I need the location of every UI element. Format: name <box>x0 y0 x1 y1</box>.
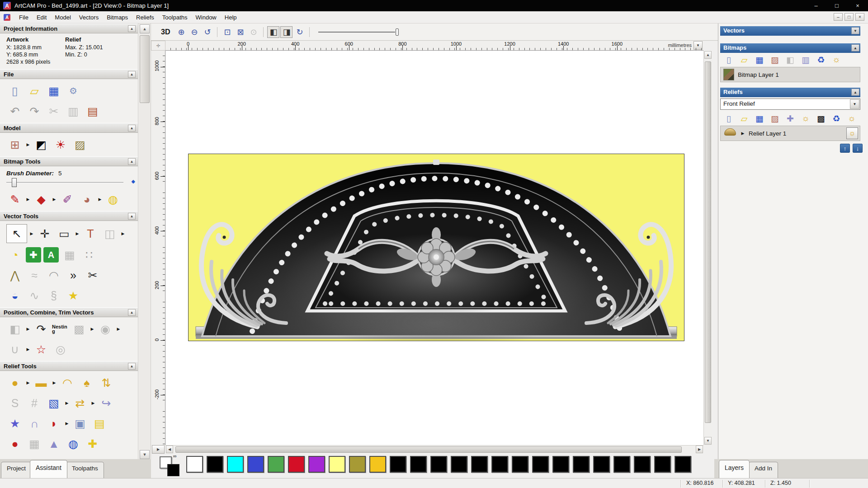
greyscale-preview-icon[interactable]: ▩ <box>813 113 829 124</box>
flyout-arrow-icon[interactable]: ▶ <box>26 327 30 331</box>
paste-icon[interactable]: ▤ <box>84 103 101 120</box>
create-text-icon[interactable]: T <box>82 225 99 242</box>
flyout-arrow-icon[interactable]: ▶ <box>116 327 121 331</box>
scroll-down-button[interactable]: ▼ <box>140 450 150 459</box>
iso-form-letters-icon[interactable]: S <box>6 394 24 412</box>
collapse-section-button[interactable]: ▲ <box>128 213 136 220</box>
zoom-box-icon[interactable]: ⊡ <box>221 26 233 38</box>
flyout-arrow-icon[interactable]: ▶ <box>52 380 57 385</box>
align-vectors-icon[interactable]: ◧ <box>6 320 24 338</box>
copy-relief-layer-icon[interactable]: ▤ <box>91 415 108 432</box>
slider-handle[interactable] <box>12 178 17 187</box>
flyout-arrow-icon[interactable]: ▶ <box>26 197 30 202</box>
slider-track[interactable] <box>6 182 123 183</box>
undo-icon[interactable]: ↶ <box>6 103 24 120</box>
zoom-to-fit-icon[interactable]: ⊠ <box>234 26 246 38</box>
collapse-section-button[interactable]: ▲ <box>128 125 136 131</box>
select-vectors-icon[interactable]: ↖ <box>6 224 27 243</box>
flyout-arrow-icon[interactable]: ▶ <box>52 197 57 202</box>
flyout-arrow-icon[interactable]: ▶ <box>65 401 69 405</box>
open-bitmap-icon[interactable]: ▱ <box>736 54 752 66</box>
nesting-icon[interactable]: Nesting <box>52 320 68 338</box>
delete-bitmap-layer-icon[interactable]: ♻ <box>813 54 829 66</box>
colour-swatch[interactable] <box>552 456 569 473</box>
tab-assistant[interactable]: Assistant <box>30 460 67 478</box>
relief-tool-icon[interactable]: ● <box>6 435 24 452</box>
colour-swatch[interactable] <box>512 456 528 473</box>
pane-splitter-button[interactable]: ▶ <box>152 445 165 454</box>
edit-curve-icon[interactable]: ∿ <box>26 287 43 304</box>
menu-window[interactable]: Window <box>192 12 221 23</box>
menu-bitmaps[interactable]: Bitmaps <box>103 12 132 23</box>
open-model-icon[interactable]: ▱ <box>26 82 43 99</box>
child-close-button[interactable]: × <box>855 13 864 21</box>
paint-icon[interactable]: ✎ <box>6 191 24 208</box>
collapse-section-button[interactable]: ▲ <box>128 71 136 78</box>
colour-swatch[interactable] <box>532 456 549 473</box>
canvas-vertical-scrollbar[interactable]: ▲ ▼ <box>703 51 712 445</box>
flyout-arrow-icon[interactable]: ▶ <box>26 347 30 352</box>
menu-edit[interactable]: Edit <box>33 12 51 23</box>
link-colours-icon[interactable]: ∞ <box>173 453 177 459</box>
relief-artwork-image[interactable] <box>188 154 684 341</box>
brush-diameter-slider[interactable]: ◆ <box>6 178 130 188</box>
relief-select-combo[interactable]: Front Relief ▼ <box>720 99 860 110</box>
flyout-arrow-icon[interactable]: ▶ <box>75 231 80 236</box>
colour-swatch[interactable] <box>634 456 651 473</box>
flyout-arrow-icon[interactable]: ▶ <box>65 421 69 426</box>
delete-relief-layer-icon[interactable]: ♻ <box>829 113 844 124</box>
collapse-bitmaps-icon[interactable]: ▲ <box>851 44 859 52</box>
swap-relief-icon[interactable]: ⇄ <box>71 394 89 412</box>
colour-swatch[interactable] <box>390 456 406 473</box>
trim-vectors-icon[interactable]: ✂ <box>84 267 101 284</box>
colour-swatch[interactable] <box>593 456 610 473</box>
maximize-button[interactable]: □ <box>826 0 847 11</box>
colour-swatch[interactable] <box>227 456 244 473</box>
colour-swatch[interactable] <box>268 456 284 473</box>
zoom-previous-icon[interactable]: ↺ <box>201 26 213 38</box>
colour-swatch[interactable] <box>654 456 671 473</box>
bitmap-texture-icon[interactable]: ▨ <box>767 54 783 66</box>
tab-add-in[interactable]: Add In <box>749 462 778 478</box>
tab-toolpaths[interactable]: Toolpaths <box>66 462 104 478</box>
combo-dropdown-icon[interactable]: ▼ <box>850 99 859 109</box>
profile-curve-icon[interactable]: § <box>45 287 62 304</box>
palette-icon[interactable]: ◕ <box>78 191 95 208</box>
distort-vectors-icon[interactable]: ▦ <box>61 246 78 263</box>
smooth-relief-icon[interactable]: ◠ <box>59 374 76 391</box>
node-editing-icon[interactable]: ✚ <box>26 247 41 263</box>
scroll-left-button[interactable]: ◀ <box>166 446 173 453</box>
relief-tool-icon[interactable]: ▲ <box>45 435 62 452</box>
copy-bitmap-layer-icon[interactable]: ▥ <box>798 54 813 66</box>
mirror-vectors-icon[interactable]: ◫ <box>101 225 118 242</box>
move-layer-down-icon[interactable]: ↓ <box>853 144 863 153</box>
save-bitmap-icon[interactable]: ▦ <box>752 54 767 66</box>
scrollbar-thumb[interactable] <box>705 61 711 423</box>
colour-swatch[interactable] <box>430 456 447 473</box>
switch-3d-view-button[interactable]: 3D <box>161 28 170 36</box>
paste-along-curve-icon[interactable]: ∷ <box>80 246 98 263</box>
relief-tool-icon[interactable]: ◍ <box>65 435 82 452</box>
text-on-curve-icon[interactable]: ↷ <box>33 320 50 338</box>
previous-view-icon[interactable]: ◧ <box>267 26 279 38</box>
colour-picker-icon[interactable]: ✐ <box>59 191 76 208</box>
colour-swatch[interactable] <box>369 456 386 473</box>
collapse-reliefs-icon[interactable]: ▲ <box>851 89 859 96</box>
flyout-arrow-icon[interactable]: ▶ <box>26 142 30 147</box>
colour-swatch[interactable] <box>471 456 488 473</box>
create-arc-icon[interactable]: ◠ <box>45 267 62 284</box>
create-polyline-icon[interactable]: ⋀ <box>6 267 24 284</box>
measure-icon[interactable]: ◔ <box>6 246 24 263</box>
relief-layer-name[interactable]: Relief Layer 1 <box>749 130 786 137</box>
colour-swatch[interactable] <box>288 456 305 473</box>
colour-swatch[interactable] <box>410 456 427 473</box>
toggle-all-reliefs-icon[interactable]: ☼ <box>844 113 859 124</box>
new-bitmap-layer-icon[interactable]: ▯ <box>721 54 736 66</box>
colour-swatch[interactable] <box>349 456 366 473</box>
flyout-arrow-icon[interactable]: ▶ <box>90 327 94 331</box>
new-relief-layer-icon[interactable]: ▯ <box>721 113 736 124</box>
move-layer-up-icon[interactable]: ↑ <box>840 144 850 153</box>
tab-layers[interactable]: Layers <box>719 460 750 478</box>
merge-relief-icon[interactable]: ⇅ <box>98 374 115 391</box>
relief-texture-icon[interactable]: ▨ <box>767 113 783 124</box>
